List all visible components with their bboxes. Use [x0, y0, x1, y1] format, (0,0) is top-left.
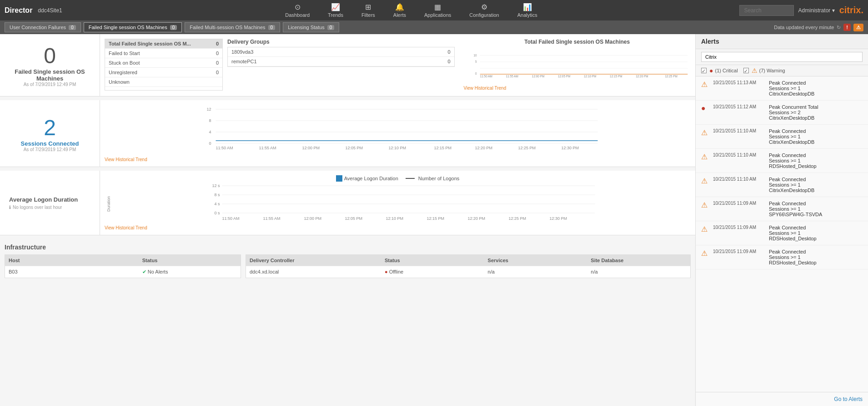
logon-legend: Average Logon Duration Number of Logons [105, 175, 691, 182]
sessions-view-trend-link[interactable]: View Historical Trend [105, 157, 691, 162]
alert-warning-icon-8: ⚠ [701, 249, 709, 258]
status-user-connections[interactable]: User Connection Failures 0 [5, 22, 81, 32]
host-table-header: Host Status [5, 255, 241, 266]
analytics-icon: 📊 [523, 3, 532, 11]
nav-applications-label: Applications [424, 12, 451, 18]
status-failed-single[interactable]: Failed Single session OS Machines 0 [84, 22, 182, 32]
svg-text:12:15 PM: 12:15 PM [610, 75, 622, 78]
nav-trends[interactable]: 📈 Trends [320, 1, 351, 20]
nav-dashboard[interactable]: ⊙ Dashboard [277, 1, 318, 20]
logon-info: ℹ No logons over last hour [9, 205, 62, 210]
alert-red-badge[interactable]: ! [843, 24, 851, 31]
alerts-filter-input[interactable] [701, 52, 863, 62]
nav-dashboard-label: Dashboard [285, 12, 310, 18]
alert-warning-icon-1: ⚠ [701, 80, 709, 89]
svg-text:12:30 PM: 12:30 PM [562, 146, 579, 150]
failed-table-row-3: Unregistered 0 [105, 68, 222, 77]
nav-items: ⊙ Dashboard 📈 Trends ⊞ Filters 🔔 Alerts … [95, 1, 727, 20]
nav-alerts[interactable]: 🔔 Alerts [385, 1, 414, 20]
failed-view-trend-link[interactable]: View Historical Trend [464, 86, 691, 91]
svg-text:12: 12 [206, 107, 211, 112]
info-icon: ℹ [9, 205, 11, 210]
failed-title: Failed Single session OS Machines [9, 68, 90, 82]
svg-text:8 s: 8 s [214, 193, 220, 197]
delivery-rows: 1809vda3 0 remotePC1 0 [227, 47, 455, 67]
failed-table: Total Failed Single session OS M... 0 Fa… [105, 39, 223, 91]
alert-row-8: ⚠ 10/21/2015 11:09 AM Peak ConnectedSess… [696, 245, 868, 269]
goto-alerts-link[interactable]: Go to Alerts [834, 396, 863, 402]
svg-text:11:50 AM: 11:50 AM [480, 75, 492, 78]
alert-warning-icon-6: ⚠ [701, 201, 709, 209]
legend-num-label: Number of Logons [418, 176, 460, 181]
svg-text:12:20 PM: 12:20 PM [468, 216, 486, 221]
th-status: Status [139, 255, 241, 266]
alert-warning-icon-4: ⚠ [701, 152, 709, 161]
alert-time-3: 10/21/2015 11:10 AM [713, 128, 765, 133]
alert-orange-badge[interactable]: ⚠ [853, 24, 863, 31]
legend-avg-label: Average Logon Duration [344, 176, 398, 181]
dc-status-1: ● Offline [381, 266, 484, 277]
nav-configuration[interactable]: ⚙ Configuration [461, 1, 507, 20]
failed-metric-center: Total Failed Single session OS M... 0 Fa… [100, 34, 695, 96]
host-table-row-1: B03 ✔ No Alerts [5, 266, 241, 278]
failed-date: As of 7/29/2019 12:49 PM [24, 82, 76, 87]
delivery-val-2: 0 [447, 59, 450, 64]
nav-alerts-label: Alerts [393, 12, 406, 18]
alert-row-5: ⚠ 10/21/2015 11:10 AM Peak ConnectedSess… [696, 173, 868, 197]
status-licensing[interactable]: Licensing Status 0 [283, 22, 339, 32]
status-failed-multi-count: 0 [268, 25, 276, 30]
svg-text:0: 0 [209, 141, 211, 146]
svg-text:12:05 PM: 12:05 PM [345, 216, 363, 221]
status-licensing-count: 0 [327, 25, 335, 30]
svg-text:12:05 PM: 12:05 PM [557, 75, 570, 78]
th-host: Host [5, 255, 139, 266]
admin-menu[interactable]: Administrator ▾ [798, 7, 835, 14]
nav-filters[interactable]: ⊞ Filters [353, 1, 383, 20]
alert-warning-icon-5: ⚠ [701, 177, 709, 185]
infrastructure-title: Infrastructure [5, 244, 691, 251]
alert-desc-7: Peak ConnectedSessions >= 1RDSHosted_Des… [769, 225, 817, 241]
alert-desc-1: Peak ConnectedSessions >= 1CitrixXenDesk… [769, 80, 814, 96]
row-label-1: Failed to Start [109, 51, 216, 56]
logon-chart-wrapper: Duration 12 s 8 s 4 s 0 s 11:50 AM 11:55… [105, 183, 691, 224]
status-failed-multi[interactable]: Failed Multi-session OS Machines 0 [185, 22, 280, 32]
refresh-icon[interactable]: ↻ [837, 25, 841, 30]
logon-view-trend-link[interactable]: View Historical Trend [105, 225, 691, 230]
alert-desc-3: Peak ConnectedSessions >= 1CitrixXenDesk… [769, 128, 814, 145]
alert-desc-2: Peak Concurrent TotalSessions >= 2Citrix… [769, 104, 818, 121]
alert-time-7: 10/21/2015 11:09 AM [713, 225, 765, 230]
status-failed-single-count: 0 [170, 25, 177, 30]
alert-row-3: ⚠ 10/21/2015 11:10 AM Peak ConnectedSess… [696, 125, 868, 149]
svg-text:12:25 PM: 12:25 PM [509, 216, 527, 221]
legend-warning: ✓ ⚠ (7) Warning [743, 67, 785, 74]
alerts-legend: ✓ ● (1) Critical ✓ ⚠ (7) Warning [696, 65, 868, 76]
alert-time-8: 10/21/2015 11:09 AM [713, 249, 765, 254]
failed-table-header-row: Total Failed Single session OS M... 0 [105, 39, 222, 49]
alert-time-6: 10/21/2015 11:09 AM [713, 201, 765, 206]
critical-label: (1) Critical [715, 68, 738, 73]
alert-time-1: 10/21/2015 11:13 AM [713, 80, 765, 85]
alerts-footer: Go to Alerts [696, 392, 868, 406]
checkbox-warning[interactable]: ✓ [743, 68, 749, 73]
svg-text:12:00 PM: 12:00 PM [304, 216, 322, 221]
nav-applications[interactable]: ▦ Applications [416, 1, 459, 20]
logon-left: Average Logon Duration ℹ No logons over … [0, 171, 100, 235]
nav-analytics[interactable]: 📊 Analytics [509, 1, 546, 20]
failed-machines-section: 0 Failed Single session OS Machines As o… [0, 34, 695, 96]
checkbox-critical[interactable]: ✓ [701, 68, 707, 73]
failed-table-header-label: Total Failed Single session OS M... [109, 41, 216, 46]
nav-configuration-label: Configuration [469, 12, 499, 18]
svg-text:11:50 AM: 11:50 AM [216, 146, 233, 150]
status-right: Data updated every minute ↻ ! ⚠ [774, 24, 863, 31]
logo-area: Director ddc4Site1 [5, 6, 95, 15]
legend-avg: Average Logon Duration [336, 175, 398, 182]
dc-services-1: n/a [484, 266, 587, 277]
failed-table-row-2: Stuck on Boot 0 [105, 58, 222, 68]
host-table: Host Status B03 ✔ No Alerts [5, 254, 241, 278]
alert-row-7: ⚠ 10/21/2015 11:09 AM Peak ConnectedSess… [696, 221, 868, 245]
data-updated-label: Data updated every minute [774, 25, 834, 30]
svg-text:12:15 PM: 12:15 PM [427, 216, 445, 221]
search-input[interactable] [739, 5, 794, 16]
host-status-1: ✔ No Alerts [139, 266, 241, 278]
status-user-connections-label: User Connection Failures [10, 25, 66, 30]
